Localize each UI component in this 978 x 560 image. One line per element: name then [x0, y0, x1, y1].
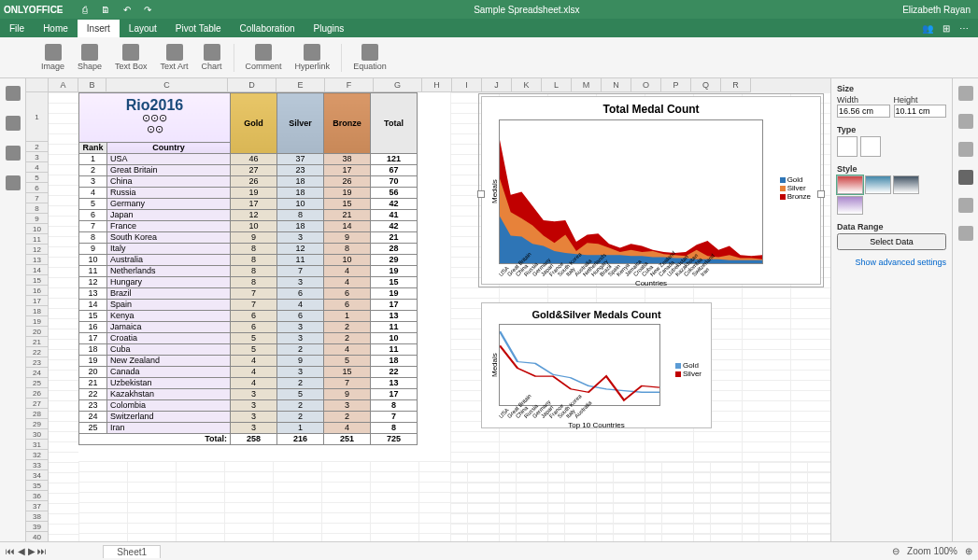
table-row[interactable]: 16Jamaica63211: [79, 322, 418, 333]
select-data-button[interactable]: Select Data: [837, 233, 946, 250]
menu-icon[interactable]: ⋯: [959, 23, 969, 34]
equation-icon: [361, 44, 378, 61]
insert-comment-button[interactable]: Comment: [242, 42, 286, 73]
table-row[interactable]: 5Germany17101542: [79, 199, 418, 210]
chart1-legend: Gold Silver Bronze: [780, 175, 811, 201]
medals-table[interactable]: Rio2016⊙⊙⊙⊙⊙ Gold Silver Bronze Total Ra…: [78, 92, 418, 445]
insert-textart-button[interactable]: Text Art: [157, 42, 192, 73]
image-settings-icon[interactable]: [958, 142, 973, 157]
comments-icon[interactable]: [6, 116, 21, 131]
insert-textbox-button[interactable]: Text Box: [111, 42, 151, 73]
sheet-tab[interactable]: Sheet1: [103, 545, 161, 558]
header-bronze: Bronze: [324, 93, 371, 154]
table-row[interactable]: 10Australia8111029: [79, 255, 418, 266]
table-settings-icon[interactable]: [958, 86, 973, 101]
table-row[interactable]: 13Brazil76619: [79, 288, 418, 300]
table-row[interactable]: 6Japan1282141: [79, 210, 418, 221]
menu-file[interactable]: File: [0, 20, 34, 37]
chart-style-4[interactable]: [837, 196, 863, 215]
menu-plugins[interactable]: Plugins: [305, 20, 354, 37]
totals-row: Total: 258 216 251 725: [79, 434, 418, 445]
menu-layout[interactable]: Layout: [120, 20, 166, 37]
chart-settings-icon[interactable]: [958, 170, 973, 185]
header-country: Country: [106, 143, 230, 154]
table-row[interactable]: 23Colombia3238: [79, 400, 418, 412]
chart-width-input[interactable]: [837, 105, 890, 118]
insert-chart-button[interactable]: Chart: [198, 42, 226, 73]
chart1-title: Total Medal Count: [488, 103, 815, 116]
header-total: Total: [371, 93, 418, 154]
table-row[interactable]: 11Netherlands87419: [79, 266, 418, 277]
chat-icon[interactable]: [6, 146, 21, 161]
print-icon[interactable]: 🗎: [101, 5, 110, 15]
menu-pivot-table[interactable]: Pivot Table: [166, 20, 231, 37]
feedback-icon[interactable]: [6, 175, 21, 190]
menu-home[interactable]: Home: [34, 20, 78, 37]
insert-shape-button[interactable]: Shape: [74, 42, 106, 73]
menu-insert[interactable]: Insert: [78, 20, 120, 37]
header-silver: Silver: [277, 93, 324, 154]
table-row[interactable]: 9Italy812828: [79, 244, 418, 255]
insert-equation-button[interactable]: Equation: [349, 42, 390, 73]
table-row[interactable]: 12Hungary83415: [79, 277, 418, 288]
zoom-out-icon[interactable]: ⊖: [892, 546, 900, 556]
insert-hyperlink-button[interactable]: Hyperlink: [291, 42, 334, 73]
insert-image-button[interactable]: Image: [37, 42, 68, 73]
table-row[interactable]: 8South Korea93921: [79, 232, 418, 244]
chart-icon: [204, 44, 220, 61]
table-row[interactable]: 14Spain74617: [79, 300, 418, 311]
chart-style-2[interactable]: [865, 175, 891, 194]
advanced-settings-link[interactable]: Show advanced settings: [837, 258, 946, 267]
search-icon[interactable]: [6, 86, 21, 101]
chart-type-stacked-icon[interactable]: [860, 136, 881, 157]
share-icon[interactable]: 👥: [922, 23, 933, 34]
save-icon[interactable]: ⎙: [82, 5, 88, 15]
textart-icon: [166, 44, 183, 61]
comment-icon: [255, 44, 272, 61]
header-gold: Gold: [231, 93, 277, 154]
chart1-plot: USAGreat BritainChinaRussiaGermanyJapanF…: [499, 119, 763, 264]
table-row[interactable]: 17Croatia53210: [79, 333, 418, 344]
menu-collaboration[interactable]: Collaboration: [231, 20, 305, 37]
hyperlink-icon: [304, 44, 320, 61]
table-row[interactable]: 7France10181442: [79, 221, 418, 232]
nav-first-icon[interactable]: ⏮: [6, 546, 15, 556]
menu-bar: File Home Insert Layout Pivot Table Coll…: [0, 19, 978, 37]
chart-style-1[interactable]: [837, 175, 863, 194]
table-row[interactable]: 18Cuba52411: [79, 344, 418, 356]
app-logo: ONLYOFFICE: [4, 5, 64, 15]
chart-type-area-icon[interactable]: [837, 136, 858, 157]
textbox-icon: [122, 44, 139, 61]
table-row[interactable]: 19New Zealand49518: [79, 356, 418, 367]
table-row[interactable]: 15Kenya66113: [79, 311, 418, 322]
paragraph-settings-icon[interactable]: [958, 226, 973, 241]
rio-logo-cell: Rio2016⊙⊙⊙⊙⊙: [79, 93, 231, 143]
table-row[interactable]: 20Canada431522: [79, 367, 418, 378]
image-icon: [45, 44, 62, 61]
table-row[interactable]: 24Switzerland3227: [79, 412, 418, 423]
table-row[interactable]: 3China26182670: [79, 176, 418, 188]
shape-settings-icon[interactable]: [958, 114, 973, 129]
shape-icon: [81, 44, 98, 61]
total-medal-chart[interactable]: Total Medal Count Medals USAGreat Britai…: [481, 96, 821, 285]
chart-settings-panel: Size Width Height Type Style Data Range: [830, 78, 952, 541]
gold-silver-chart[interactable]: Gold&Silver Medals Count Medals USAGreat…: [481, 302, 712, 428]
chart-height-input[interactable]: [894, 105, 947, 118]
zoom-in-icon[interactable]: ⊕: [965, 546, 972, 556]
table-row[interactable]: 22Kazakhstan35917: [79, 389, 418, 400]
table-row[interactable]: 4Russia19181956: [79, 188, 418, 199]
undo-icon[interactable]: ↶: [123, 5, 131, 15]
embed-icon[interactable]: ⊞: [943, 23, 950, 34]
table-row[interactable]: 21Uzbekistan42713: [79, 378, 418, 389]
nav-next-icon[interactable]: ▶: [28, 546, 35, 556]
redo-icon[interactable]: ↷: [144, 5, 151, 15]
table-row[interactable]: 2Great Britain27231767: [79, 165, 418, 176]
table-row[interactable]: 1USA463738121: [79, 154, 418, 165]
spreadsheet-grid[interactable]: A B C D E F G H I J K L M N O P Q R 1234…: [26, 78, 830, 541]
text-settings-icon[interactable]: [958, 198, 973, 213]
chart-style-3[interactable]: [893, 175, 919, 194]
table-row[interactable]: 25Iran3148: [79, 423, 418, 434]
nav-last-icon[interactable]: ⏭: [37, 546, 47, 556]
nav-prev-icon[interactable]: ◀: [18, 546, 25, 556]
column-headers: A B C D E F G H I J K L M N O P Q R: [26, 78, 830, 92]
